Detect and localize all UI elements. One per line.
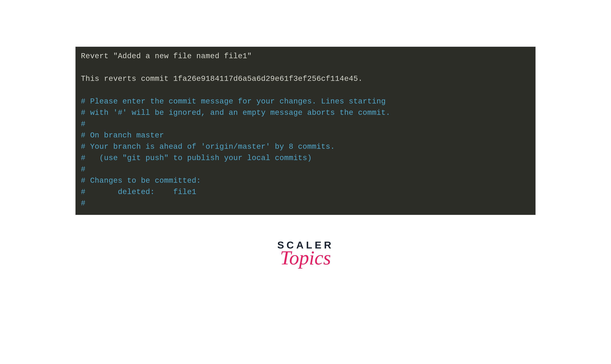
commit-comment-line: # On branch master [81,130,530,141]
logo-line-topics: Topics [280,248,331,268]
commit-body-line[interactable]: This reverts commit 1fa26e9184117d6a5a6d… [81,73,530,85]
commit-comment-line: # [81,198,530,209]
commit-comment-line: # (use "git push" to publish your local … [81,153,530,164]
scaler-topics-logo: SCALER Topics [277,240,334,268]
commit-comment-line: # deleted: file1 [81,186,530,198]
blank-line [81,85,530,96]
commit-comment-line: # Changes to be committed: [81,175,530,186]
blank-line [81,62,530,73]
commit-comment-line: # with '#' will be ignored, and an empty… [81,107,530,118]
commit-title-line[interactable]: Revert "Added a new file named file1" [81,51,530,62]
commit-comment-line: # Please enter the commit message for yo… [81,96,530,107]
commit-comment-line: # Your branch is ahead of 'origin/master… [81,141,530,153]
commit-comment-line: # [81,118,530,130]
commit-comment-line: # [81,164,530,175]
terminal-window[interactable]: Revert "Added a new file named file1" Th… [76,47,535,215]
